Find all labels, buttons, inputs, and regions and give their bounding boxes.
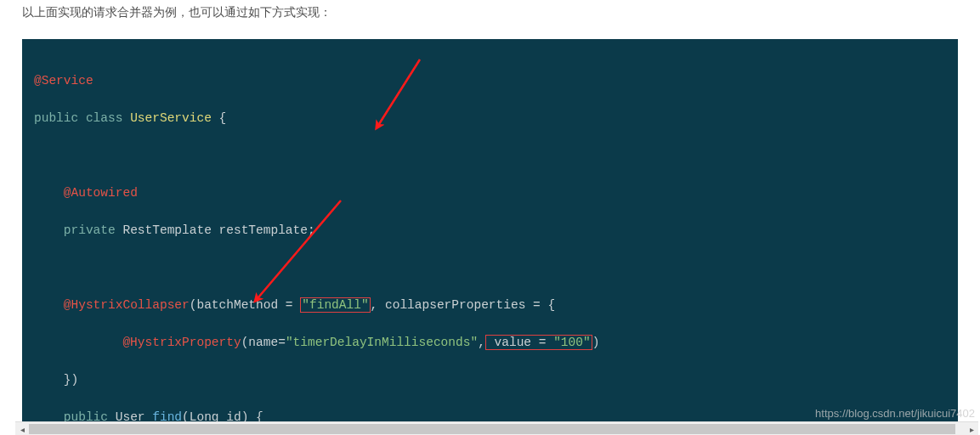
str-100: "100" bbox=[553, 336, 591, 349]
str-timer: "timerDelayInMilliseconds" bbox=[286, 336, 478, 349]
annotation-property: @HystrixProperty bbox=[122, 336, 241, 349]
watermark-text: https://blog.csdn.net/jikuicui7402 bbox=[815, 407, 975, 420]
svg-line-1 bbox=[258, 201, 341, 297]
horizontal-scrollbar[interactable]: ◂ ▸ bbox=[15, 421, 978, 435]
scroll-right-button[interactable]: ▸ bbox=[965, 422, 978, 435]
code-block: @Service public class UserService { @Aut… bbox=[22, 39, 958, 435]
kw-class: class bbox=[86, 111, 123, 125]
kw-public: public bbox=[34, 111, 78, 125]
boxed-findall: "findAll" bbox=[300, 297, 370, 313]
scrollbar-thumb[interactable] bbox=[29, 424, 955, 434]
kw-private: private bbox=[64, 223, 116, 237]
class-name: UserService bbox=[130, 111, 212, 125]
annotation-collapser: @HystrixCollapser bbox=[64, 298, 190, 312]
annotation-autowired: @Autowired bbox=[64, 186, 138, 200]
annotation-service: @Service bbox=[34, 74, 93, 88]
description-text: 以上面实现的请求合并器为例，也可以通过如下方式实现： bbox=[0, 0, 980, 29]
scroll-left-button[interactable]: ◂ bbox=[15, 422, 29, 435]
field-decl: RestTemplate restTemplate bbox=[122, 223, 308, 237]
